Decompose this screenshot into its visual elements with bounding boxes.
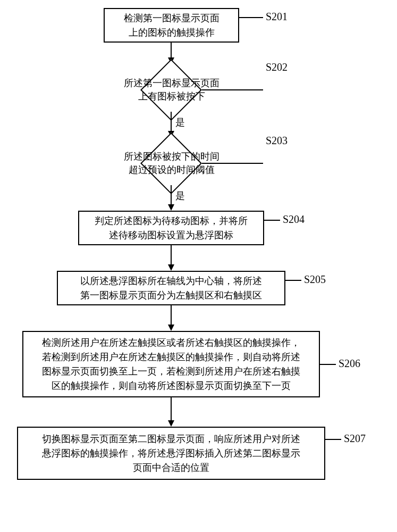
label-s201: S201 [266,11,288,23]
arrow-line [171,43,172,59]
arrow-line [171,112,172,132]
arrow-head-icon [168,264,174,271]
label-connector [320,364,336,365]
label-s204: S204 [283,213,305,226]
step-s207: 切换图标显示页面至第二图标显示页面，响应所述用户对所述悬浮图标的触摸操作，将所述… [17,427,325,480]
arrow-line [171,245,172,265]
arrow-head-icon [168,325,174,331]
label-connector [239,17,263,18]
arrow-line [171,397,172,421]
arrow-line [171,305,172,326]
step-s201: 检测第一图标显示页面上的图标的触摸操作 [104,8,239,43]
step-s205: 以所述悬浮图标所在轴线为中心轴，将所述第一图标显示页面分为左触摸区和右触摸区 [57,271,285,305]
arrow-head-icon [168,420,174,427]
step-text: 判定所述图标为待移动图标，并将所述待移动图标设置为悬浮图标 [95,214,248,243]
label-s206: S206 [339,358,360,370]
edge-label-yes: 是 [175,116,185,129]
label-s202: S202 [266,61,288,73]
arrow-head-icon [168,204,174,211]
label-s203: S203 [266,135,288,147]
edge-label-yes: 是 [175,189,185,202]
label-connector [202,89,263,90]
step-text: 检测所述用户在所述左触摸区或者所述右触摸区的触摸操作，若检测到所述用户在所述左触… [42,336,300,393]
arrow-line [171,185,172,205]
label-connector [202,163,263,164]
step-s206: 检测所述用户在所述左触摸区或者所述右触摸区的触摸操作，若检测到所述用户在所述左触… [22,331,320,397]
step-text: 检测第一图标显示页面上的图标的触摸操作 [124,11,219,40]
label-connector [325,439,341,440]
label-connector [285,280,301,281]
step-text: 切换图标显示页面至第二图标显示页面，响应所述用户对所述悬浮图标的触摸操作，将所述… [42,432,300,475]
label-s205: S205 [304,273,326,286]
step-s204: 判定所述图标为待移动图标，并将所述待移动图标设置为悬浮图标 [78,211,264,245]
step-text: 以所述悬浮图标所在轴线为中心轴，将所述第一图标显示页面分为左触摸区和右触摸区 [80,274,262,303]
flowchart-container: 检测第一图标显示页面上的图标的触摸操作 S201 所述第一图标显示页面上有图标被… [0,0,397,532]
label-s207: S207 [344,433,366,445]
label-connector [264,220,280,221]
